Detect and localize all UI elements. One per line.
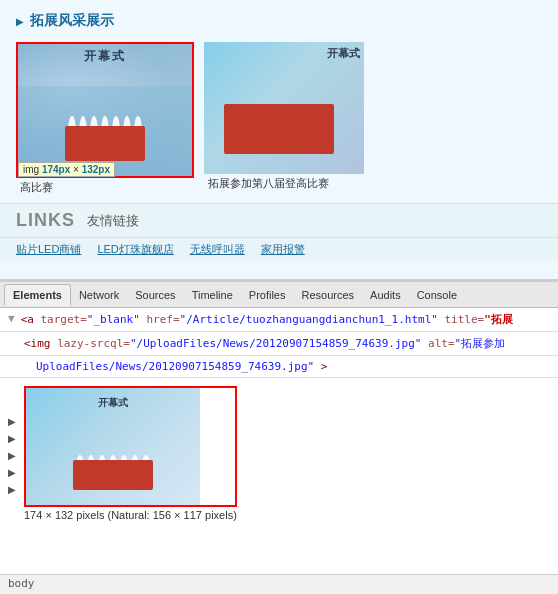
arrow-5[interactable]: ▶ bbox=[8, 484, 16, 495]
first-image-selected[interactable]: 开幕式 img 174px × bbox=[16, 42, 194, 178]
section-title-bar: ▶ 拓展风采展示 bbox=[0, 4, 558, 38]
expand-arrow[interactable]: ▼ bbox=[8, 312, 15, 325]
tab-sources[interactable]: Sources bbox=[127, 285, 183, 305]
preview-img-banner bbox=[73, 460, 153, 490]
arrow-4[interactable]: ▶ bbox=[8, 467, 16, 478]
links-section-header: LINKS 友情链接 bbox=[0, 203, 558, 238]
preview-image-section: 开幕式 174 × 132 pixels (Natural: 156 × 117… bbox=[24, 386, 237, 521]
arrow-2[interactable]: ▶ bbox=[8, 433, 16, 444]
second-img-banner bbox=[224, 104, 334, 154]
html-content-line3: UploadFiles/News/20120907154859_74639.jp… bbox=[36, 360, 327, 373]
first-img-top-text: 开幕式 bbox=[18, 48, 192, 65]
second-img-top-text: 开幕式 bbox=[204, 46, 364, 61]
preview-img-text: 开幕式 bbox=[98, 396, 128, 410]
link-item-3[interactable]: 家用报警 bbox=[261, 242, 305, 257]
tab-audits[interactable]: Audits bbox=[362, 285, 409, 305]
link-item-0[interactable]: 贴片LED商铺 bbox=[16, 242, 81, 257]
preview-info-text: 174 × 132 pixels (Natural: 156 × 117 pix… bbox=[24, 509, 237, 521]
section-title-text: 拓展风采展示 bbox=[30, 12, 114, 30]
tab-timeline[interactable]: Timeline bbox=[184, 285, 241, 305]
html-code-line-2: <img lazy-srcql="/UploadFiles/News/20120… bbox=[0, 332, 558, 356]
links-title-en: LINKS bbox=[16, 210, 75, 231]
links-items: 贴片LED商铺 LED灯珠旗舰店 无线呼叫器 家用报警 bbox=[0, 238, 558, 261]
second-image-caption: 拓展参加第八届登高比赛 bbox=[208, 176, 329, 191]
link-item-2[interactable]: 无线呼叫器 bbox=[190, 242, 245, 257]
image-grid: 开幕式 img 174px × bbox=[0, 38, 558, 199]
section-arrow: ▶ bbox=[16, 16, 24, 27]
tab-console[interactable]: Console bbox=[409, 285, 465, 305]
second-image[interactable]: 开幕式 bbox=[204, 42, 364, 174]
devtools-panel: Elements Network Sources Timeline Profil… bbox=[0, 280, 558, 594]
devtools-tabs-bar: Elements Network Sources Timeline Profil… bbox=[0, 282, 558, 308]
preview-img: 开幕式 bbox=[26, 388, 200, 505]
img-size-badge: img 174px × 132px bbox=[18, 162, 115, 177]
first-image-caption: 高比赛 bbox=[20, 180, 53, 195]
img-width: 174px bbox=[42, 164, 70, 175]
tab-network[interactable]: Network bbox=[71, 285, 127, 305]
html-content-line2: <img lazy-srcql="/UploadFiles/News/20120… bbox=[24, 336, 505, 351]
img-height: 132px bbox=[82, 164, 110, 175]
tab-elements[interactable]: Elements bbox=[4, 284, 71, 306]
link-item-1[interactable]: LED灯珠旗舰店 bbox=[97, 242, 173, 257]
arrow-1[interactable]: ▶ bbox=[8, 416, 16, 427]
preview-arrows: ▶ ▶ ▶ ▶ ▶ bbox=[8, 386, 16, 495]
tab-profiles[interactable]: Profiles bbox=[241, 285, 294, 305]
webpage-preview: ▶ 拓展风采展示 开幕式 bbox=[0, 0, 558, 280]
links-title-cn: 友情链接 bbox=[87, 212, 139, 230]
devtools-bottom-bar: body bbox=[0, 574, 558, 594]
arrow-3[interactable]: ▶ bbox=[8, 450, 16, 461]
preview-area: ▶ ▶ ▶ ▶ ▶ 开幕式 bbox=[0, 378, 558, 574]
bottom-bar-text: body bbox=[8, 577, 35, 590]
tab-resources[interactable]: Resources bbox=[293, 285, 362, 305]
html-code-line-1: ▼ <a target="_blank" href="/Article/tuoz… bbox=[0, 308, 558, 332]
html-code-line-3: UploadFiles/News/20120907154859_74639.jp… bbox=[0, 356, 558, 378]
html-content-line1: <a target="_blank" href="/Article/tuozha… bbox=[21, 312, 513, 327]
first-image-placeholder: 开幕式 bbox=[18, 44, 192, 176]
first-img-banner bbox=[65, 126, 145, 161]
second-image-column: 开幕式 拓展参加第八届登高比赛 bbox=[204, 42, 364, 195]
preview-selected-wrapper[interactable]: 开幕式 bbox=[24, 386, 237, 507]
first-image-column: 开幕式 img 174px × bbox=[16, 42, 194, 195]
